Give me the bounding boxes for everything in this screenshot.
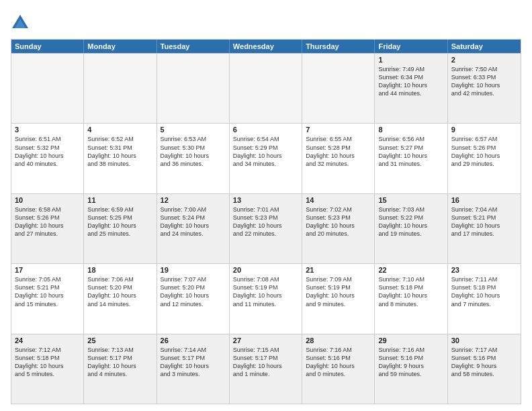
calendar-cell: 23Sunrise: 7:11 AM Sunset: 5:18 PM Dayli…: [448, 264, 521, 333]
cell-content: Sunrise: 7:50 AM Sunset: 6:33 PM Dayligh…: [451, 65, 517, 98]
cell-content: Sunrise: 7:13 AM Sunset: 5:17 PM Dayligh…: [87, 346, 152, 379]
calendar-cell: 26Sunrise: 7:14 AM Sunset: 5:17 PM Dayli…: [157, 334, 230, 404]
day-number: 5: [161, 126, 226, 134]
calendar-cell: [84, 54, 157, 123]
calendar-cell: 29Sunrise: 7:16 AM Sunset: 5:16 PM Dayli…: [375, 334, 447, 404]
calendar-cell: 22Sunrise: 7:10 AM Sunset: 5:18 PM Dayli…: [375, 264, 447, 333]
calendar-header: SundayMondayTuesdayWednesdayThursdayFrid…: [11, 40, 521, 53]
calendar-cell: 4Sunrise: 6:52 AM Sunset: 5:31 PM Daylig…: [84, 124, 157, 193]
calendar-header-cell: Monday: [84, 40, 157, 53]
calendar-cell: 20Sunrise: 7:08 AM Sunset: 5:19 PM Dayli…: [230, 264, 302, 333]
cell-content: Sunrise: 6:53 AM Sunset: 5:30 PM Dayligh…: [161, 135, 226, 168]
cell-content: Sunrise: 6:58 AM Sunset: 5:26 PM Dayligh…: [15, 205, 80, 238]
logo-icon: [11, 13, 30, 32]
cell-content: Sunrise: 6:51 AM Sunset: 5:32 PM Dayligh…: [15, 135, 80, 168]
calendar-cell: 11Sunrise: 6:59 AM Sunset: 5:25 PM Dayli…: [84, 194, 157, 263]
cell-content: Sunrise: 7:16 AM Sunset: 5:16 PM Dayligh…: [378, 346, 443, 379]
cell-content: Sunrise: 6:54 AM Sunset: 5:29 PM Dayligh…: [233, 135, 298, 168]
calendar-header-cell: Tuesday: [157, 40, 230, 53]
calendar-cell: 28Sunrise: 7:16 AM Sunset: 5:16 PM Dayli…: [302, 334, 375, 404]
calendar-cell: 7Sunrise: 6:55 AM Sunset: 5:28 PM Daylig…: [302, 124, 375, 193]
day-number: 11: [87, 196, 152, 204]
day-number: 9: [451, 126, 517, 134]
calendar-cell: 13Sunrise: 7:01 AM Sunset: 5:23 PM Dayli…: [230, 194, 302, 263]
calendar-cell: 10Sunrise: 6:58 AM Sunset: 5:26 PM Dayli…: [11, 194, 84, 263]
cell-content: Sunrise: 7:07 AM Sunset: 5:20 PM Dayligh…: [161, 275, 226, 308]
cell-content: Sunrise: 6:59 AM Sunset: 5:25 PM Dayligh…: [87, 205, 152, 238]
calendar-cell: 6Sunrise: 6:54 AM Sunset: 5:29 PM Daylig…: [230, 124, 302, 193]
day-number: 14: [306, 196, 371, 204]
cell-content: Sunrise: 7:49 AM Sunset: 6:34 PM Dayligh…: [378, 65, 443, 98]
cell-content: Sunrise: 7:14 AM Sunset: 5:17 PM Dayligh…: [161, 346, 226, 379]
day-number: 7: [306, 126, 371, 134]
cell-content: Sunrise: 7:05 AM Sunset: 5:21 PM Dayligh…: [15, 275, 80, 308]
calendar-cell: 5Sunrise: 6:53 AM Sunset: 5:30 PM Daylig…: [157, 124, 230, 193]
day-number: 23: [451, 266, 517, 274]
calendar-cell: [230, 54, 302, 123]
calendar-cell: 21Sunrise: 7:09 AM Sunset: 5:19 PM Dayli…: [302, 264, 375, 333]
calendar-header-cell: Saturday: [448, 40, 521, 53]
calendar-cell: 25Sunrise: 7:13 AM Sunset: 5:17 PM Dayli…: [84, 334, 157, 404]
day-number: 13: [233, 196, 298, 204]
cell-content: Sunrise: 7:09 AM Sunset: 5:19 PM Dayligh…: [306, 275, 371, 308]
day-number: 18: [87, 266, 152, 274]
calendar-week: 10Sunrise: 6:58 AM Sunset: 5:26 PM Dayli…: [11, 193, 521, 263]
day-number: 16: [451, 196, 517, 204]
calendar-cell: 9Sunrise: 6:57 AM Sunset: 5:26 PM Daylig…: [448, 124, 521, 193]
day-number: 25: [87, 336, 152, 345]
calendar-cell: 3Sunrise: 6:51 AM Sunset: 5:32 PM Daylig…: [11, 124, 84, 193]
day-number: 27: [233, 336, 298, 345]
day-number: 17: [15, 266, 80, 274]
logo: [11, 13, 32, 32]
calendar-cell: 2Sunrise: 7:50 AM Sunset: 6:33 PM Daylig…: [448, 54, 521, 123]
cell-content: Sunrise: 7:15 AM Sunset: 5:17 PM Dayligh…: [233, 346, 298, 379]
cell-content: Sunrise: 6:55 AM Sunset: 5:28 PM Dayligh…: [306, 135, 371, 168]
calendar-cell: [157, 54, 230, 123]
calendar-cell: 17Sunrise: 7:05 AM Sunset: 5:21 PM Dayli…: [11, 264, 84, 333]
calendar-cell: 1Sunrise: 7:49 AM Sunset: 6:34 PM Daylig…: [375, 54, 447, 123]
day-number: 2: [451, 56, 517, 64]
calendar-cell: 14Sunrise: 7:02 AM Sunset: 5:23 PM Dayli…: [302, 194, 375, 263]
calendar-cell: [302, 54, 375, 123]
calendar-cell: 30Sunrise: 7:17 AM Sunset: 5:16 PM Dayli…: [448, 334, 521, 404]
day-number: 4: [87, 126, 152, 134]
cell-content: Sunrise: 7:17 AM Sunset: 5:16 PM Dayligh…: [451, 346, 517, 379]
day-number: 1: [378, 56, 443, 64]
day-number: 20: [233, 266, 298, 274]
day-number: 10: [15, 196, 80, 204]
calendar-week: 17Sunrise: 7:05 AM Sunset: 5:21 PM Dayli…: [11, 263, 521, 333]
day-number: 26: [161, 336, 226, 345]
day-number: 19: [161, 266, 226, 274]
cell-content: Sunrise: 7:04 AM Sunset: 5:21 PM Dayligh…: [451, 205, 517, 238]
calendar-week: 3Sunrise: 6:51 AM Sunset: 5:32 PM Daylig…: [11, 123, 521, 193]
cell-content: Sunrise: 7:06 AM Sunset: 5:20 PM Dayligh…: [87, 275, 152, 308]
cell-content: Sunrise: 7:08 AM Sunset: 5:19 PM Dayligh…: [233, 275, 298, 308]
calendar-cell: 12Sunrise: 7:00 AM Sunset: 5:24 PM Dayli…: [157, 194, 230, 263]
day-number: 28: [306, 336, 371, 345]
cell-content: Sunrise: 6:56 AM Sunset: 5:27 PM Dayligh…: [378, 135, 443, 168]
calendar: SundayMondayTuesdayWednesdayThursdayFrid…: [11, 39, 521, 404]
calendar-cell: [11, 54, 84, 123]
calendar-header-cell: Wednesday: [230, 40, 302, 53]
day-number: 29: [378, 336, 443, 345]
day-number: 12: [161, 196, 226, 204]
cell-content: Sunrise: 7:02 AM Sunset: 5:23 PM Dayligh…: [306, 205, 371, 238]
day-number: 6: [233, 126, 298, 134]
cell-content: Sunrise: 7:01 AM Sunset: 5:23 PM Dayligh…: [233, 205, 298, 238]
day-number: 24: [15, 336, 80, 345]
calendar-cell: 27Sunrise: 7:15 AM Sunset: 5:17 PM Dayli…: [230, 334, 302, 404]
calendar-cell: 19Sunrise: 7:07 AM Sunset: 5:20 PM Dayli…: [157, 264, 230, 333]
cell-content: Sunrise: 7:16 AM Sunset: 5:16 PM Dayligh…: [306, 346, 371, 379]
calendar-body: 1Sunrise: 7:49 AM Sunset: 6:34 PM Daylig…: [11, 53, 521, 404]
calendar-cell: 18Sunrise: 7:06 AM Sunset: 5:20 PM Dayli…: [84, 264, 157, 333]
cell-content: Sunrise: 7:12 AM Sunset: 5:18 PM Dayligh…: [15, 346, 80, 379]
calendar-header-cell: Sunday: [11, 40, 84, 53]
day-number: 21: [306, 266, 371, 274]
header: [11, 11, 521, 32]
day-number: 8: [378, 126, 443, 134]
calendar-cell: 8Sunrise: 6:56 AM Sunset: 5:27 PM Daylig…: [375, 124, 447, 193]
day-number: 15: [378, 196, 443, 204]
cell-content: Sunrise: 7:03 AM Sunset: 5:22 PM Dayligh…: [378, 205, 443, 238]
day-number: 3: [15, 126, 80, 134]
cell-content: Sunrise: 7:10 AM Sunset: 5:18 PM Dayligh…: [378, 275, 443, 308]
